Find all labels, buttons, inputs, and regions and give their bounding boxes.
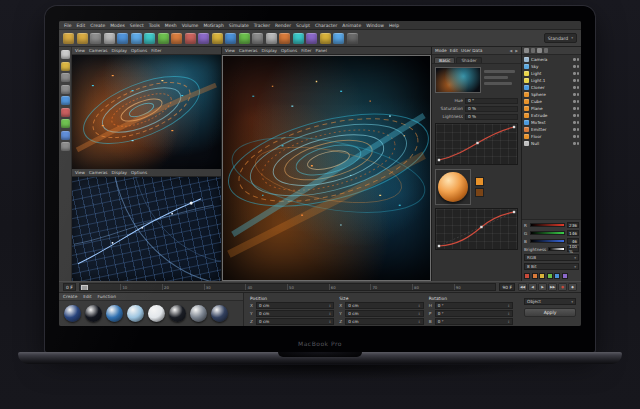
transport-button[interactable]: ◀◀	[518, 283, 527, 291]
visibility-dots[interactable]	[573, 65, 579, 68]
rotate-tool-icon[interactable]	[131, 33, 142, 44]
material-swatch[interactable]	[106, 305, 123, 322]
transport-button[interactable]: ▶▶	[548, 283, 557, 291]
render-visibility-dot[interactable]	[577, 93, 580, 96]
editor-visibility-dot[interactable]	[573, 142, 576, 145]
render-view-icon[interactable]	[158, 33, 169, 44]
render-settings-icon[interactable]	[171, 33, 182, 44]
move-tool-icon[interactable]	[104, 33, 115, 44]
object-row[interactable]: Cube	[522, 98, 581, 105]
menu-item[interactable]: Mesh	[165, 23, 177, 28]
color-swatch[interactable]	[475, 177, 484, 186]
light-icon[interactable]	[266, 33, 277, 44]
attr-menu-mode[interactable]: Mode	[435, 48, 447, 53]
color-swatch[interactable]	[532, 273, 538, 279]
attribute-tab[interactable]: Basic	[434, 57, 455, 64]
editor-visibility-dot[interactable]	[573, 93, 576, 96]
viewport-left-render[interactable]	[72, 55, 221, 169]
workplane-icon[interactable]	[61, 142, 70, 151]
viewport-menu-item[interactable]: Panel	[316, 48, 327, 53]
render-visibility-dot[interactable]	[577, 128, 580, 131]
layout-selector[interactable]: Standard ▾	[544, 33, 577, 43]
simulate-icon[interactable]	[239, 33, 250, 44]
viewport-menu-item[interactable]: Cameras	[239, 48, 258, 53]
render-visibility-dot[interactable]	[577, 107, 580, 110]
material-swatch[interactable]	[190, 305, 207, 322]
viewport-menu-item[interactable]: Options	[281, 48, 297, 53]
scale-icon[interactable]	[61, 73, 70, 82]
coordinate-input[interactable]: 0 cm↕	[256, 302, 334, 309]
viewport-menu-item[interactable]: Cameras	[89, 48, 108, 53]
live-select-icon[interactable]	[61, 50, 70, 59]
rotate-icon[interactable]	[61, 85, 70, 94]
snap-icon[interactable]	[347, 33, 358, 44]
render-visibility-dot[interactable]	[577, 135, 580, 138]
render-visibility-dot[interactable]	[577, 100, 580, 103]
menu-item[interactable]: Sculpt	[296, 23, 310, 28]
undo-icon[interactable]	[63, 33, 74, 44]
z-axis-lock-icon[interactable]	[61, 131, 70, 140]
menu-item[interactable]: Edit	[77, 23, 86, 28]
transport-button[interactable]: ●	[558, 283, 567, 291]
search-icon[interactable]	[531, 48, 536, 53]
curve-editor-top[interactable]	[435, 123, 518, 165]
attr-menu-userdata[interactable]: User Data	[461, 48, 482, 53]
visibility-dots[interactable]	[573, 142, 579, 145]
object-row[interactable]: Extrude	[522, 112, 581, 119]
layers-icon[interactable]	[537, 48, 542, 53]
stepper-icon[interactable]: ↕	[507, 320, 510, 324]
tag-icon[interactable]	[333, 33, 344, 44]
material-menu-item[interactable]: Create	[63, 294, 77, 299]
object-row[interactable]: Light.1	[522, 77, 581, 84]
color-swatch[interactable]	[475, 188, 484, 197]
coordinate-input[interactable]: 0 °↕	[435, 310, 513, 317]
material-swatch[interactable]	[64, 305, 81, 322]
color-swatch[interactable]	[562, 273, 568, 279]
brightness-slider[interactable]	[548, 247, 565, 251]
field-icon[interactable]	[320, 33, 331, 44]
redo-icon[interactable]	[77, 33, 88, 44]
material-swatch[interactable]	[169, 305, 186, 322]
viewport-menu-item[interactable]: Display	[112, 170, 127, 175]
menu-item[interactable]: Simulate	[229, 23, 249, 28]
volume-icon[interactable]	[225, 33, 236, 44]
object-mode-dropdown[interactable]: Object ▾	[524, 298, 576, 305]
viewport-main-render[interactable]	[222, 55, 431, 281]
visibility-dots[interactable]	[573, 86, 579, 89]
menu-item[interactable]: MoGraph	[203, 23, 223, 28]
coordinate-input[interactable]: 0 cm↕	[345, 302, 423, 309]
object-row[interactable]: Null	[522, 140, 581, 147]
stepper-icon[interactable]: ↕	[418, 304, 421, 308]
editor-visibility-dot[interactable]	[573, 135, 576, 138]
coordinate-input[interactable]: 0 °↕	[435, 302, 513, 309]
brightness-value-input[interactable]: 100 %	[567, 246, 579, 252]
field-value-input[interactable]: 0 °	[465, 98, 518, 104]
coordinate-input[interactable]: 0 cm↕	[345, 310, 423, 317]
live-select-icon[interactable]	[90, 33, 101, 44]
camera-icon[interactable]	[252, 33, 263, 44]
stepper-icon[interactable]: ↕	[328, 320, 331, 324]
color-swatch[interactable]	[547, 273, 553, 279]
x-axis-lock-icon[interactable]	[61, 108, 70, 117]
editor-visibility-dot[interactable]	[573, 100, 576, 103]
object-row[interactable]: Plane	[522, 105, 581, 112]
viewport-menu-item[interactable]: Options	[131, 170, 147, 175]
viewport-menu-item[interactable]: Filter	[301, 48, 311, 53]
nav-back-icon[interactable]: ◀	[509, 49, 512, 53]
visibility-dots[interactable]	[573, 114, 579, 117]
viewport-menu-item[interactable]: View	[225, 48, 235, 53]
visibility-dots[interactable]	[573, 100, 579, 103]
object-row[interactable]: Light	[522, 70, 581, 77]
filter-icon[interactable]	[524, 48, 529, 53]
apply-button[interactable]: Apply	[524, 308, 576, 317]
field-value-input[interactable]: 0 %	[465, 106, 518, 112]
attribute-tab[interactable]: Shader	[456, 57, 481, 64]
visibility-dots[interactable]	[573, 58, 579, 61]
visibility-dots[interactable]	[573, 79, 579, 82]
color-swatch[interactable]	[554, 273, 560, 279]
viewport-menu-item[interactable]: View	[75, 48, 85, 53]
render-visibility-dot[interactable]	[577, 65, 580, 68]
visibility-dots[interactable]	[573, 72, 579, 75]
visibility-dots[interactable]	[573, 121, 579, 124]
timeline-ruler[interactable]: 0102030405060708090	[79, 283, 497, 291]
